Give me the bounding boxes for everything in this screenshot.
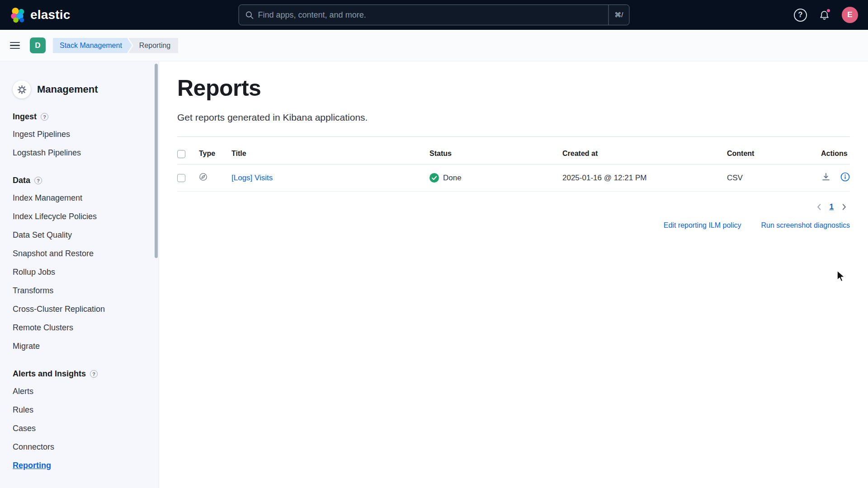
sidebar-scrollbar-thumb[interactable] <box>155 64 158 258</box>
sidebar-item-rollup-jobs[interactable]: Rollup Jobs <box>13 263 148 282</box>
run-screenshot-diagnostics-link[interactable]: Run screenshot diagnostics <box>761 221 850 230</box>
breadcrumb-bar: D Stack Management Reporting <box>0 30 868 61</box>
pagination: 1 <box>177 202 850 211</box>
chevron-right-icon[interactable] <box>840 203 848 211</box>
report-type-icon <box>199 173 208 181</box>
section-label-alerts-insights: Alerts and Insights <box>13 369 86 379</box>
table-header-row: Type Title Status Created at Content Act… <box>177 143 850 164</box>
global-search[interactable]: ⌘/ <box>239 5 630 25</box>
sidebar-item-cross-cluster-replication[interactable]: Cross-Cluster Replication <box>13 300 148 319</box>
sidebar-title: Management <box>37 84 98 95</box>
help-icon[interactable]: ? <box>794 9 807 22</box>
menu-icon[interactable] <box>10 42 20 49</box>
sidebar-item-reporting[interactable]: Reporting <box>13 456 148 475</box>
report-title-link[interactable]: [Logs] Visits <box>231 174 273 182</box>
sidebar-section-alerts-insights: Alerts and Insights ? Alerts Rules Cases… <box>13 369 148 475</box>
sidebar-section-data: Data ? Index Management Index Lifecycle … <box>13 176 148 356</box>
section-label-data: Data <box>13 176 30 185</box>
reports-table: Type Title Status Created at Content Act… <box>177 143 850 192</box>
sidebar-item-rules[interactable]: Rules <box>13 401 148 419</box>
breadcrumb-stack-management[interactable]: Stack Management <box>53 38 132 53</box>
content-cell: CSV <box>727 164 821 192</box>
user-avatar[interactable]: E <box>842 7 858 23</box>
search-icon <box>245 11 254 19</box>
sidebar-item-connectors[interactable]: Connectors <box>13 438 148 456</box>
page-number[interactable]: 1 <box>830 202 834 211</box>
notifications-icon[interactable] <box>819 9 830 21</box>
space-avatar[interactable]: D <box>30 38 46 53</box>
column-header-actions: Actions <box>821 143 850 164</box>
page-title: Reports <box>177 75 850 101</box>
section-label-ingest: Ingest <box>13 112 37 122</box>
notification-badge-dot <box>826 8 831 13</box>
management-sidebar: Management Ingest ? Ingest Pipelines Log… <box>0 61 159 488</box>
status-text: Done <box>443 174 462 183</box>
column-header-status: Status <box>429 143 562 164</box>
row-checkbox[interactable] <box>177 174 185 182</box>
edit-ilm-policy-link[interactable]: Edit reporting ILM policy <box>664 221 741 230</box>
page-subtitle: Get reports generated in Kibana applicat… <box>177 112 850 123</box>
created-at-cell: 2025-01-16 @ 12:21 PM <box>562 164 727 192</box>
select-all-checkbox[interactable] <box>177 150 185 158</box>
elastic-brand[interactable]: elastic <box>10 7 71 23</box>
table-row: [Logs] Visits Done 2025-01-16 @ 12:21 PM… <box>177 164 850 192</box>
sidebar-item-remote-clusters[interactable]: Remote Clusters <box>13 319 148 337</box>
sidebar-item-index-management[interactable]: Index Management <box>13 189 148 207</box>
sidebar-item-ingest-pipelines[interactable]: Ingest Pipelines <box>13 125 148 144</box>
keyboard-shortcut-badge: ⌘/ <box>608 5 629 25</box>
help-circle-icon[interactable]: ? <box>41 113 48 121</box>
sidebar-item-migrate[interactable]: Migrate <box>13 337 148 356</box>
gear-icon <box>13 80 31 99</box>
reports-main: Reports Get reports generated in Kibana … <box>159 61 868 488</box>
chevron-left-icon[interactable] <box>815 203 823 211</box>
sidebar-item-transforms[interactable]: Transforms <box>13 282 148 300</box>
sidebar-item-alerts[interactable]: Alerts <box>13 382 148 401</box>
search-input[interactable] <box>258 10 609 20</box>
column-header-title: Title <box>231 143 429 164</box>
info-icon[interactable] <box>840 172 850 182</box>
download-icon[interactable] <box>821 172 830 181</box>
column-header-content: Content <box>727 143 821 164</box>
breadcrumb: Stack Management Reporting <box>53 38 178 53</box>
sidebar-item-snapshot-and-restore[interactable]: Snapshot and Restore <box>13 244 148 263</box>
top-header: elastic ⌘/ ? E <box>0 0 868 30</box>
divider <box>177 136 850 137</box>
brand-name: elastic <box>30 8 71 22</box>
reporting-footer-links: Edit reporting ILM policy Run screenshot… <box>177 221 850 230</box>
column-header-type: Type <box>199 143 231 164</box>
breadcrumb-reporting: Reporting <box>128 38 178 53</box>
sidebar-item-cases[interactable]: Cases <box>13 419 148 438</box>
kibana-page: elastic ⌘/ ? E D Stack Managemen <box>0 0 868 488</box>
elastic-logo-icon <box>10 7 26 23</box>
status-done-icon <box>429 173 439 183</box>
sidebar-item-index-lifecycle-policies[interactable]: Index Lifecycle Policies <box>13 207 148 226</box>
help-circle-icon[interactable]: ? <box>90 370 98 378</box>
column-header-created-at: Created at <box>562 143 727 164</box>
sidebar-item-data-set-quality[interactable]: Data Set Quality <box>13 226 148 244</box>
sidebar-section-ingest: Ingest ? Ingest Pipelines Logstash Pipel… <box>13 112 148 162</box>
help-circle-icon[interactable]: ? <box>34 177 42 184</box>
sidebar-item-logstash-pipelines[interactable]: Logstash Pipelines <box>13 144 148 162</box>
